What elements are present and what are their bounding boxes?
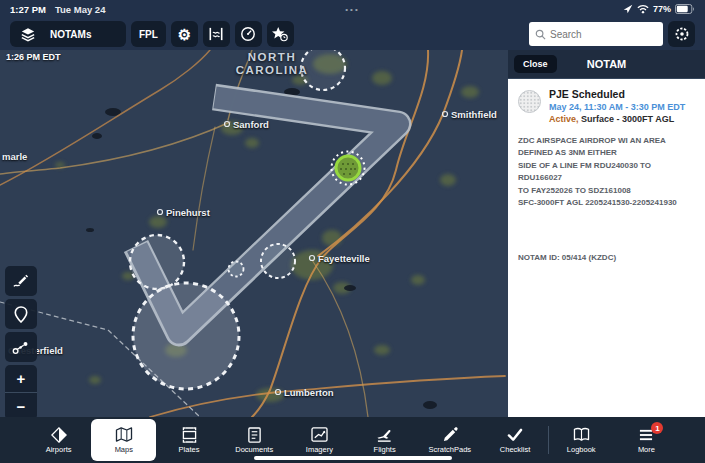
- search-box[interactable]: [529, 22, 663, 46]
- city-label-smithfield: Smithfield: [451, 109, 497, 120]
- document-icon: [247, 427, 262, 443]
- map-icon: [115, 427, 133, 442]
- tab-flights[interactable]: Flights: [352, 419, 417, 461]
- favorites-recents-button[interactable]: [267, 21, 294, 47]
- plates-icon: [182, 427, 197, 443]
- city-label-fayetteville: Fayetteville: [318, 253, 370, 264]
- map-toolbar: NOTAMs FPL ⚙: [0, 18, 705, 50]
- gauge-icon: [240, 26, 256, 42]
- flight-takeoff-icon: [376, 427, 393, 443]
- tab-imagery[interactable]: Imagery: [287, 419, 352, 461]
- layers-notams-button[interactable]: NOTAMs: [10, 21, 126, 47]
- route-icon: [12, 340, 30, 355]
- search-icon: [535, 29, 546, 40]
- notam-area-icon: [518, 90, 541, 113]
- panel-header: NOTAM Close: [508, 50, 705, 79]
- city-label-lumberton: Lumberton: [284, 387, 334, 398]
- tab-logbook[interactable]: Logbook: [549, 419, 614, 461]
- city-label-pinehurst: Pinehurst: [166, 207, 211, 218]
- fpl-button[interactable]: FPL: [131, 21, 166, 47]
- region-label-line1: NORTH: [248, 51, 296, 63]
- zoom-controls: + −: [5, 365, 37, 417]
- route-tool-button[interactable]: [5, 332, 37, 362]
- region-label-line2: CAROLINA: [236, 64, 309, 76]
- notam-detail-panel: NOTAM Close PJE Scheduled May 24, 11:30 …: [508, 50, 705, 417]
- imagery-chart-icon: [311, 427, 328, 442]
- map-controls: + −: [5, 266, 37, 417]
- notam-status-line: Active, Surface - 3000FT AGL: [549, 114, 685, 124]
- status-center-dots: •••: [0, 5, 705, 14]
- tab-plates[interactable]: Plates: [156, 419, 221, 461]
- map-timestamp: 1:26 PM EDT: [6, 52, 61, 62]
- layers-icon: [20, 27, 36, 42]
- city-label-albemarle-partial: marle: [2, 151, 27, 162]
- compass-wheel-icon: [674, 26, 690, 42]
- notam-id: NOTAM ID: 05/414 (KZDC): [518, 253, 695, 262]
- tab-scratchpads[interactable]: ScratchPads: [417, 419, 482, 461]
- layers-button-label: NOTAMs: [50, 29, 91, 40]
- search-input[interactable]: [550, 29, 657, 40]
- location-pin-button[interactable]: [5, 299, 37, 329]
- notam-altitude: Surface - 3000FT AGL: [579, 114, 675, 124]
- pencil-icon: [442, 427, 458, 443]
- notam-status: Active,: [549, 114, 579, 124]
- zoom-in-button[interactable]: +: [5, 365, 37, 392]
- tab-maps[interactable]: Maps: [91, 419, 156, 461]
- gear-icon: ⚙: [178, 27, 191, 42]
- panel-body: PJE Scheduled May 24, 11:30 AM - 3:30 PM…: [508, 79, 705, 271]
- annotate-pencil-icon: [12, 273, 30, 289]
- notam-title: PJE Scheduled: [549, 88, 685, 100]
- tab-more[interactable]: 1 More: [614, 419, 679, 461]
- city-label-sanford: Sanford: [233, 119, 269, 130]
- location-pin-icon: [14, 306, 28, 323]
- annotate-button[interactable]: [5, 266, 37, 296]
- status-bar: 1:27 PM Tue May 24 ••• 77%: [0, 0, 705, 18]
- notam-body-text: ZDC AIRSPACE AIRDROP WI AN AREA DEFINED …: [518, 135, 695, 209]
- tab-checklist[interactable]: Checklist: [482, 419, 547, 461]
- logbook-book-icon: [573, 427, 590, 442]
- playback-gauge-button[interactable]: [235, 21, 262, 47]
- fpl-button-label: FPL: [139, 29, 158, 40]
- notam-time-range: May 24, 11:30 AM - 3:30 PM EDT: [549, 102, 685, 112]
- checkmark-icon: [507, 428, 523, 442]
- tab-documents[interactable]: Documents: [222, 419, 287, 461]
- tab-airports[interactable]: Airports: [26, 419, 91, 461]
- map-options-button[interactable]: [668, 21, 695, 47]
- zoom-out-button[interactable]: −: [5, 393, 37, 417]
- more-badge: 1: [651, 422, 663, 434]
- map-settings-button[interactable]: ⚙: [171, 21, 198, 47]
- home-indicator[interactable]: [254, 456, 452, 460]
- airport-beacon-icon: [51, 427, 67, 443]
- altitude-filter-button[interactable]: [203, 21, 230, 47]
- close-button[interactable]: Close: [514, 55, 557, 73]
- star-clock-icon: [271, 26, 289, 42]
- altitude-filter-icon: [208, 27, 224, 41]
